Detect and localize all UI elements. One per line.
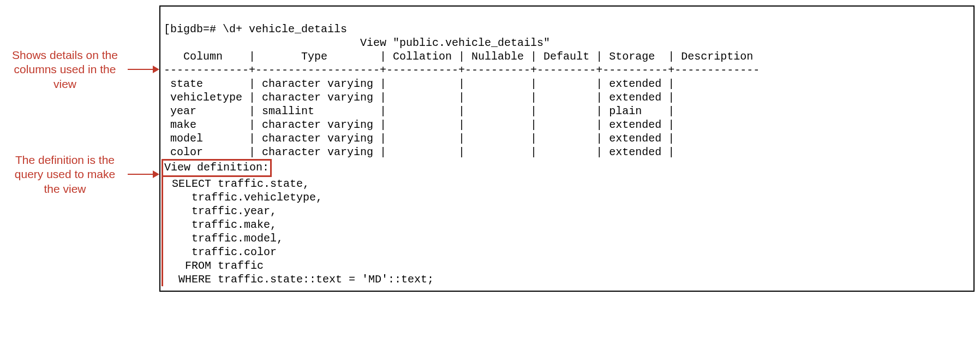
sql-line: traffic.color bbox=[165, 246, 277, 258]
table-separator: -------------+-------------------+------… bbox=[164, 64, 760, 76]
table-header: Column | Type | Collation | Nullable | D… bbox=[164, 50, 753, 63]
view-definition-body: SELECT traffic.state, traffic.vehicletyp… bbox=[162, 177, 968, 286]
terminal-output: [bigdb=# \d+ vehicle_details View "publi… bbox=[159, 5, 975, 292]
table-row: color | character varying | | | | extend… bbox=[164, 146, 674, 158]
sql-line: traffic.vehicletype, bbox=[165, 191, 322, 204]
sql-line: traffic.make, bbox=[165, 219, 277, 231]
prompt-line: [bigdb=# \d+ vehicle_details bbox=[164, 23, 347, 36]
annotation-columns: Shows details on the columns used in the… bbox=[5, 48, 128, 91]
view-title: View "public.vehicle_details" bbox=[164, 37, 550, 49]
sql-line: traffic.year, bbox=[165, 205, 277, 217]
table-row: model | character varying | | | | extend… bbox=[164, 132, 674, 145]
annotation-definition: The definition is the query used to make… bbox=[5, 153, 128, 196]
annotations-column: Shows details on the columns used in the… bbox=[5, 5, 158, 38]
arrow-icon bbox=[128, 69, 158, 70]
sql-line: traffic.model, bbox=[165, 232, 283, 245]
sql-line: FROM traffic bbox=[165, 259, 264, 272]
sql-line: SELECT traffic.state, bbox=[165, 178, 309, 190]
table-row: year | smallint | | | | plain | bbox=[164, 105, 674, 117]
sql-line: WHERE traffic.state::text = 'MD'::text; bbox=[165, 273, 434, 286]
view-definition-label: View definition: bbox=[162, 159, 272, 177]
table-row: make | character varying | | | | extende… bbox=[164, 119, 674, 131]
table-row: vehicletype | character varying | | | | … bbox=[164, 91, 674, 104]
table-row: state | character varying | | | | extend… bbox=[164, 78, 674, 90]
arrow-icon bbox=[128, 174, 158, 175]
